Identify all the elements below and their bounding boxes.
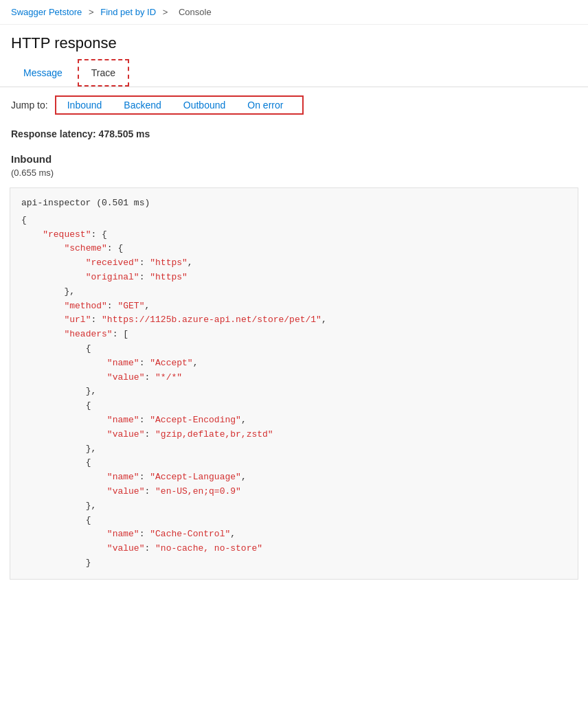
tab-message[interactable]: Message (11, 59, 75, 87)
jump-to-label: Jump to: (11, 100, 48, 111)
code-line-h1-close: }, (21, 385, 567, 399)
breadcrumb-find-pet[interactable]: Find pet by ID (100, 7, 156, 17)
tabs-container: Message Trace (0, 59, 588, 87)
code-line-h4-close: } (21, 556, 567, 571)
code-line-h4-name: "name": "Cache-Control", (21, 527, 567, 542)
code-line-h1-open: { (21, 342, 567, 356)
breadcrumb-sep-1: > (89, 7, 96, 17)
code-line-h1-name: "name": "Accept", (21, 356, 567, 371)
code-line-scheme: "scheme": { (21, 242, 567, 256)
page-title: HTTP response (0, 25, 588, 59)
tab-trace[interactable]: Trace (78, 59, 129, 87)
inbound-time: (0.655 ms) (0, 166, 588, 183)
code-line-h3-open: { (21, 456, 567, 470)
jump-link-outbound[interactable]: Outbound (172, 100, 237, 111)
code-line-h4-value: "value": "no-cache, no-store" (21, 542, 567, 556)
code-line-received: "received": "https", (21, 256, 567, 271)
code-line-h2-value: "value": "gzip,deflate,br,zstd" (21, 428, 567, 442)
code-line-h2-close: }, (21, 442, 567, 457)
breadcrumb-sep-2: > (163, 7, 170, 17)
code-line-h2-name: "name": "Accept-Encoding", (21, 413, 567, 428)
code-line-url: "url": "https://1125b.azure-api.net/stor… (21, 313, 567, 328)
jump-link-inbound[interactable]: Inbound (65, 100, 113, 111)
code-line-h3-value: "value": "en-US,en;q=0.9" (21, 485, 567, 499)
code-line-method: "method": "GET", (21, 299, 567, 314)
code-block: api-inspector (0.501 ms) { "request": { … (10, 187, 578, 580)
code-line-h2-open: { (21, 399, 567, 413)
breadcrumb: Swagger Petstore > Find pet by ID > Cons… (0, 0, 588, 25)
code-line-h1-value: "value": "*/*" (21, 371, 567, 385)
jump-link-on-error[interactable]: On error (236, 100, 294, 111)
response-latency: Response latency: 478.505 ms (0, 123, 588, 149)
code-line-scheme-close: }, (21, 285, 567, 299)
inbound-heading: Inbound (0, 149, 588, 166)
code-line-h3-close: }, (21, 499, 567, 514)
code-line-original: "original": "https" (21, 271, 567, 285)
breadcrumb-console: Console (179, 7, 212, 17)
jump-links-box: Inbound Backend Outbound On error (55, 95, 304, 115)
jump-to-section: Jump to: Inbound Backend Outbound On err… (0, 87, 588, 123)
code-line-open-brace: { (21, 214, 567, 228)
code-line-headers: "headers": [ (21, 328, 567, 342)
code-line-request: "request": { (21, 228, 567, 242)
inspector-header: api-inspector (0.501 ms) (21, 196, 567, 211)
code-line-h3-name: "name": "Accept-Language", (21, 470, 567, 485)
code-line-h4-open: { (21, 514, 567, 528)
jump-link-backend[interactable]: Backend (113, 100, 172, 111)
breadcrumb-swagger-petstore[interactable]: Swagger Petstore (11, 7, 82, 17)
